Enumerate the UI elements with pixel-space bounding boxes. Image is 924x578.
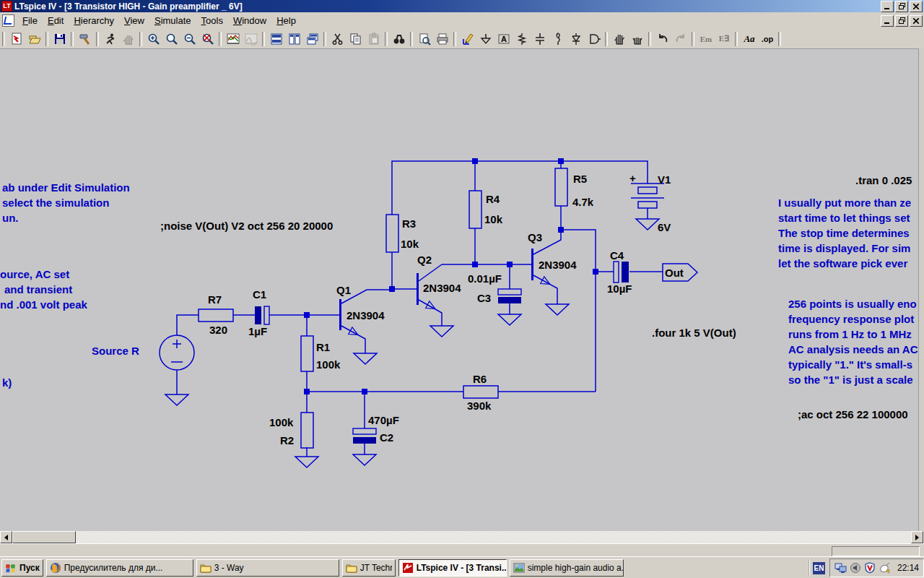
zoom-out-button[interactable] xyxy=(181,30,199,48)
svg-text:C4: C4 xyxy=(610,249,624,262)
taskbar-button-label: Предусилитель для ди... xyxy=(64,563,163,573)
window-titlebar[interactable]: LT LTspice IV - [3 Transistor HIGH - Gai… xyxy=(0,0,924,12)
zoom-in-button[interactable] xyxy=(145,30,162,48)
taskbar-button-image-viewer[interactable]: simple high-gain audio a... xyxy=(510,559,624,577)
resistor-r4[interactable] xyxy=(469,191,481,228)
schematic-canvas[interactable]: Out R7 320 C1 1µF Q1 2N3904 R1 100k 100k… xyxy=(0,48,924,532)
component-labels[interactable]: R7 320 C1 1µF Q1 2N3904 R1 100k 100k R2 … xyxy=(208,172,671,447)
menu-window[interactable]: Window xyxy=(228,14,271,27)
run-button[interactable] xyxy=(102,30,119,48)
start-button[interactable]: Пуск xyxy=(1,559,43,577)
resistor-r7[interactable] xyxy=(199,309,233,322)
scrollbar-thumb[interactable] xyxy=(12,531,76,543)
mouse-icon[interactable] xyxy=(879,562,892,574)
menu-simulate[interactable]: Simulate xyxy=(149,14,196,27)
tile-horizontal-button[interactable] xyxy=(268,30,285,48)
text-button[interactable]: Aa xyxy=(741,30,758,48)
zoom-area-button[interactable] xyxy=(163,30,180,48)
capacitor-c3[interactable] xyxy=(498,289,521,303)
cut-button[interactable] xyxy=(329,30,346,48)
wire-button[interactable] xyxy=(459,30,476,48)
svg-text:C2: C2 xyxy=(380,431,393,444)
ground-icon xyxy=(479,33,492,46)
child-restore-button[interactable] xyxy=(895,15,908,27)
network-icon[interactable] xyxy=(834,562,847,574)
resistor-r1[interactable] xyxy=(301,336,313,371)
language-indicator[interactable]: EN xyxy=(813,562,825,574)
move-hand-icon xyxy=(613,33,626,46)
menu-file[interactable]: File xyxy=(17,14,43,27)
find-button[interactable] xyxy=(391,30,408,48)
move-button[interactable] xyxy=(611,30,628,48)
component-button[interactable] xyxy=(585,30,603,48)
svg-text:time is displayed. For sim: time is displayed. For sim xyxy=(778,242,910,254)
taskbar-button-jt-technical[interactable]: JT Technical xyxy=(342,559,396,577)
open-folder-icon xyxy=(28,33,41,46)
capacitor-c2[interactable] xyxy=(353,428,376,444)
child-minimize-button[interactable] xyxy=(881,15,894,27)
capacitor-c1[interactable] xyxy=(255,306,269,324)
child-close-button[interactable] xyxy=(910,15,923,27)
undo-button[interactable] xyxy=(654,30,671,48)
halt-hand-icon xyxy=(122,33,135,46)
menu-view[interactable]: View xyxy=(119,14,149,27)
close-button[interactable] xyxy=(910,1,923,12)
capacitor-c4[interactable] xyxy=(614,262,629,282)
toolbar-handle xyxy=(2,32,5,46)
menu-hierarchy[interactable]: Hierarchy xyxy=(69,14,119,27)
inductor-button[interactable] xyxy=(549,30,567,48)
resistor-r3[interactable] xyxy=(386,215,398,252)
resistor-button[interactable] xyxy=(513,30,531,48)
document-icon[interactable] xyxy=(2,14,14,27)
print-preview-button[interactable] xyxy=(416,30,433,48)
junction-nodes xyxy=(304,158,598,394)
restore-button[interactable] xyxy=(895,1,908,12)
cascade-button[interactable] xyxy=(304,30,321,48)
minimize-button[interactable] xyxy=(881,1,894,12)
resistor-r2[interactable] xyxy=(301,413,313,448)
transistor-q1[interactable] xyxy=(341,290,393,353)
antivirus-shield-icon[interactable] xyxy=(864,562,876,574)
waveform-button[interactable] xyxy=(225,30,242,48)
menu-help[interactable]: Help xyxy=(271,14,301,27)
volume-icon[interactable] xyxy=(850,562,861,574)
svg-text:10k: 10k xyxy=(484,213,503,225)
scroll-right-button[interactable] xyxy=(911,531,923,543)
menu-edit[interactable]: Edit xyxy=(43,14,69,27)
diode-button[interactable] xyxy=(567,30,585,48)
open-button[interactable] xyxy=(26,30,43,48)
save-button[interactable] xyxy=(51,30,69,48)
svg-text:390k: 390k xyxy=(467,400,492,412)
taskbar-button-ltspice[interactable]: LTspice IV - [3 Transi... xyxy=(398,559,507,577)
svg-text:frequency response plot: frequency response plot xyxy=(788,313,914,325)
taskbar-button-3way[interactable]: 3 - Way xyxy=(196,559,339,577)
resistor-r6[interactable] xyxy=(463,386,498,398)
clock[interactable]: 22:14 xyxy=(897,563,919,573)
zoom-extents-button[interactable] xyxy=(199,30,217,48)
copy-button[interactable] xyxy=(347,30,365,48)
out-port[interactable]: Out xyxy=(663,264,697,281)
svg-text:R1: R1 xyxy=(316,341,330,353)
print-preview-icon xyxy=(418,33,431,46)
taskbar-button-firefox[interactable]: Предусилитель для ди... xyxy=(46,559,193,577)
close-icon xyxy=(913,18,919,24)
out-port-label: Out xyxy=(665,267,684,279)
ground-button[interactable] xyxy=(477,30,494,48)
resistor-r5[interactable] xyxy=(555,168,567,206)
scroll-left-button[interactable] xyxy=(0,531,12,543)
battery-v1[interactable] xyxy=(631,184,664,208)
fft-button xyxy=(243,30,260,48)
new-schematic-button[interactable] xyxy=(8,30,25,48)
capacitor-button[interactable] xyxy=(531,30,549,48)
signal-source[interactable] xyxy=(160,335,194,370)
control-panel-button[interactable] xyxy=(77,30,94,48)
drag-button[interactable] xyxy=(629,30,646,48)
tile-vertical-button[interactable] xyxy=(286,30,303,48)
ground-symbols[interactable] xyxy=(165,219,659,467)
transistor-q2[interactable] xyxy=(418,264,443,326)
horizontal-scrollbar[interactable] xyxy=(0,531,924,543)
label-net-button[interactable]: A xyxy=(495,30,513,48)
menu-tools[interactable]: Tools xyxy=(196,14,228,27)
print-button[interactable] xyxy=(434,30,451,48)
spice-directive-button[interactable]: .op xyxy=(759,30,776,48)
